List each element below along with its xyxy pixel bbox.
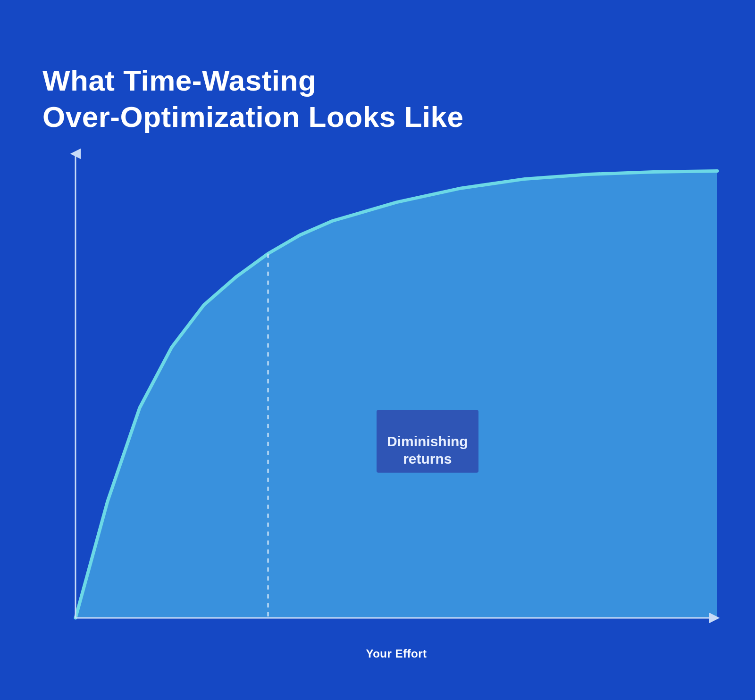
- x-axis-label-text: Your Effort: [366, 647, 427, 660]
- y-axis-label: Your Website's Search Visibility: [42, 146, 61, 618]
- x-axis-label: Your Effort: [71, 647, 722, 660]
- area-fill: [76, 171, 717, 618]
- chart-title: What Time-Wasting Over-Optimization Look…: [42, 62, 463, 135]
- diminishing-returns-badge: Diminishing returns: [377, 410, 478, 473]
- badge-text: Diminishing returns: [387, 433, 468, 467]
- chart-svg: [42, 146, 722, 646]
- chart-container: Your Website's Search Visibility Your Ef…: [42, 146, 722, 665]
